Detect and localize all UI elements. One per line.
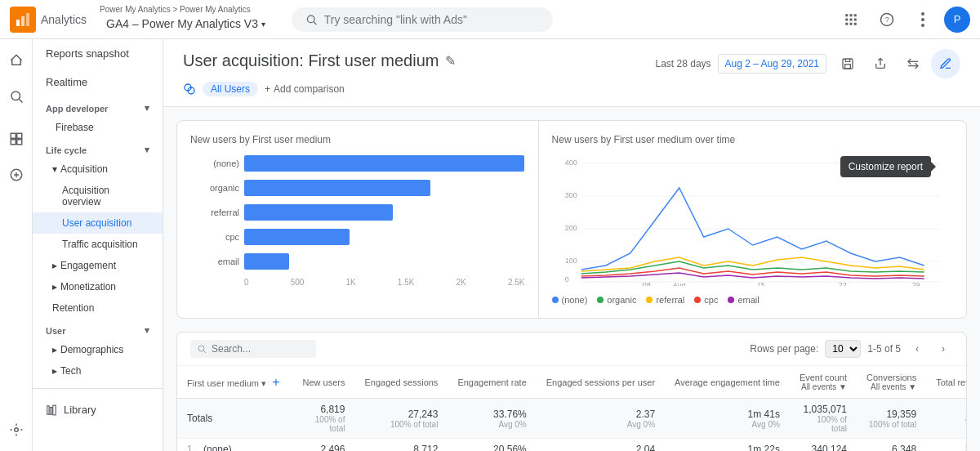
svg-rect-13 [854,22,857,25]
apps-button[interactable] [836,5,866,34]
legend-none: (none) [552,295,588,305]
bar-row-email: email [190,253,525,270]
all-users-segment[interactable]: All Users [203,82,258,96]
sidebar-item-user-acquisition[interactable]: User acquisition [33,212,163,234]
customize-tooltip: Customize report [840,156,931,177]
line-chart-container: 400 300 200 100 0 08 Aug [552,155,953,305]
settings-icon-btn[interactable] [2,415,31,444]
bar-fill-organic [244,180,430,196]
sidebar-section-lifecycle[interactable]: Life cycle ▾ [33,138,163,159]
save-report-button[interactable] [833,49,862,78]
sidebar-item-reports-snapshot[interactable]: Reports snapshot [33,39,163,68]
sidebar-item-library[interactable]: Library [33,395,163,424]
svg-text:08: 08 [642,281,650,286]
svg-point-19 [11,92,20,100]
search-icon-btn[interactable] [2,82,31,111]
col-event-count[interactable]: Event count All events ▼ [790,366,857,399]
sidebar-item-firebase[interactable]: Firebase [33,117,163,138]
table-search[interactable] [190,340,316,358]
totals-new-users: 6,819 100% of total [293,399,355,439]
table-row: 1 (none) 2,496 8,712 20.56% 2.04 1m 22s … [177,439,966,452]
col-medium[interactable]: First user medium ▾ + [177,366,293,399]
help-button[interactable]: ? [872,5,902,34]
library-icon [46,404,57,416]
svg-rect-8 [845,18,848,20]
edit-title-icon[interactable]: ✎ [445,53,456,69]
sidebar-item-acquisition-overview[interactable]: Acquisition overview [33,180,163,212]
customize-report-button[interactable] [931,49,960,78]
svg-rect-12 [850,22,853,25]
col-conversions[interactable]: Conversions All events ▼ [857,366,926,399]
sidebar-item-realtime[interactable]: Realtime [33,68,163,96]
avatar[interactable]: P [944,7,970,33]
reports-icon-btn[interactable] [2,124,31,154]
sidebar-item-acquisition[interactable]: ▾ Acquisition [33,159,163,180]
breadcrumb: Power My Analytics > Power My Analytics … [100,5,272,33]
totals-revenue: $0.00 [926,399,966,439]
add-column-button[interactable]: + [269,375,283,389]
cell-medium-0: 1 (none) [177,439,293,451]
col-engaged-sessions[interactable]: Engaged sessions [354,366,448,399]
svg-rect-24 [16,140,21,145]
next-page-button[interactable]: › [933,339,953,359]
bar-fill-email [244,253,289,270]
cell-new-users-0: 2,496 [293,439,355,452]
conversions-filter[interactable]: All events ▼ [866,382,916,391]
bar-label-cpc: cpc [190,232,239,242]
bar-row-organic: organic [190,180,525,196]
cell-conversions-0: 6,348 [857,439,926,452]
col-sessions-per-user[interactable]: Engaged sessions per user [537,366,665,399]
svg-rect-22 [16,133,21,138]
totals-conversions: 19,359 100% of total [857,399,926,439]
add-comparison-button[interactable]: + Add comparison [265,83,345,95]
sidebar: Reports snapshot Realtime App developer … [33,39,163,451]
table-search-input[interactable] [212,343,310,355]
legend-organic: organic [597,295,636,305]
bar-chart-title: New users by First user medium [190,134,525,145]
compare-button[interactable] [898,49,928,78]
header-controls: Last 28 days Aug 2 – Aug 29, 2021 [656,49,960,78]
sidebar-section-user[interactable]: User ▾ [33,319,163,339]
totals-sessions-per-user: 2.37 Avg 0% [537,399,665,439]
property-selector[interactable]: GA4 – Power My Analytics V3 ▾ [100,14,272,33]
sidebar-item-demographics[interactable]: ▸ Demographics [33,339,163,360]
bar-label-email: email [190,257,239,266]
bar-chart-section: New users by First user medium (none) or… [177,121,539,318]
col-avg-engagement[interactable]: Average engagement time [665,366,790,399]
col-total-revenue[interactable]: Total revenue [926,366,966,399]
collapse-lifecycle-icon: ▾ [145,145,149,155]
col-new-users[interactable]: New users [293,366,355,399]
bar-track-organic [244,180,525,196]
sidebar-section-app-developer[interactable]: App developer ▾ [33,96,163,117]
table-section: Rows per page: 10 25 50 1-5 of 5 ‹ › [176,332,967,451]
rows-per-page-select[interactable]: 10 25 50 [825,340,861,358]
legend-cpc: cpc [694,295,718,305]
totals-label: Totals [177,399,293,439]
property-chevron-icon: ▾ [261,20,265,29]
sidebar-item-retention[interactable]: Retention [33,297,163,319]
page-title: User acquisition: First user medium [183,51,439,70]
col-engagement-rate[interactable]: Engagement rate [448,366,536,399]
global-search[interactable] [292,7,553,32]
event-count-filter[interactable]: All events ▼ [800,382,847,391]
sidebar-item-traffic-acquisition[interactable]: Traffic acquisition [33,234,163,255]
sidebar-item-engagement[interactable]: ▸ Engagement [33,255,163,276]
home-icon-btn[interactable] [2,46,31,75]
search-input[interactable] [324,13,539,26]
share-button[interactable] [866,49,895,78]
plus-icon: + [265,83,270,95]
more-button[interactable] [908,5,938,34]
bar-track-referral [244,204,525,221]
prev-page-button[interactable]: ‹ [907,339,927,359]
collapse-app-developer-icon: ▾ [145,103,149,114]
explore-icon-btn[interactable] [2,160,31,190]
cell-sessions-per-user-0: 2.04 [537,439,665,452]
table-search-icon [197,344,207,354]
svg-rect-10 [854,18,857,20]
sidebar-item-monetization[interactable]: ▸ Monetization [33,276,163,297]
expand-tech-icon: ▸ [52,365,57,377]
date-range-button[interactable]: Aug 2 – Aug 29, 2021 [718,54,826,74]
analytics-icon [10,7,36,33]
svg-rect-0 [16,20,20,26]
sidebar-item-tech[interactable]: ▸ Tech [33,360,163,382]
